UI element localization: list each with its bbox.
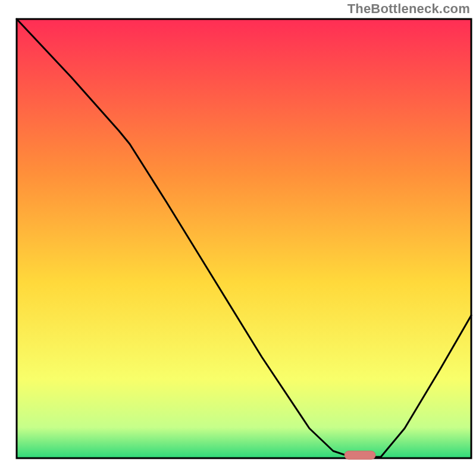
gradient-background [17, 19, 471, 458]
bottleneck-chart [0, 0, 476, 476]
optimal-point-marker [345, 451, 375, 459]
chart-container: TheBottleneck.com [0, 0, 476, 476]
